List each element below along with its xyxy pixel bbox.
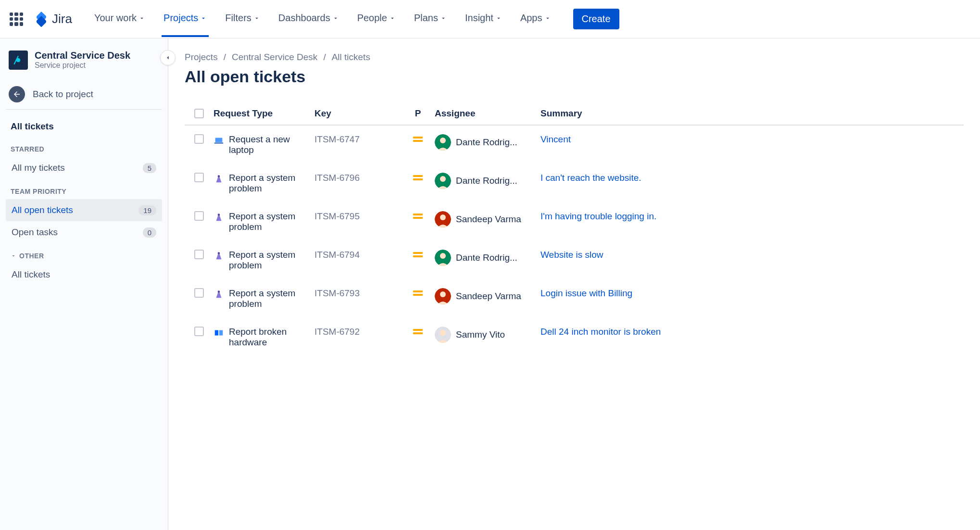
request-type-cell[interactable]: Report broken hardware [214, 327, 314, 348]
breadcrumb-current[interactable]: All tickets [332, 52, 370, 63]
breadcrumb-project[interactable]: Central Service Desk [232, 52, 317, 63]
back-to-project[interactable]: Back to project [6, 79, 162, 110]
avatar [435, 173, 451, 189]
request-type-label: Report a system problem [229, 250, 314, 271]
svg-point-20 [440, 291, 446, 297]
sidebar: Central Service Desk Service project Bac… [0, 38, 168, 530]
request-type-cell[interactable]: Report a system problem [214, 173, 314, 194]
priority-medium-icon [413, 290, 423, 296]
select-all-checkbox[interactable] [194, 109, 204, 118]
hardware-icon [214, 328, 224, 338]
row-checkbox[interactable] [194, 250, 204, 259]
system-icon [214, 289, 224, 300]
row-checkbox[interactable] [194, 173, 204, 182]
priority-medium-icon [413, 137, 423, 142]
assignee-name: Dante Rodrig... [456, 252, 517, 263]
chevron-down-icon [138, 15, 145, 22]
col-request-type[interactable]: Request Type [214, 108, 314, 119]
nav-projects[interactable]: Projects [162, 1, 209, 37]
ticket-key[interactable]: ITSM-6794 [314, 250, 401, 260]
summary-link[interactable]: I can't reach the website. [540, 173, 964, 183]
ticket-key[interactable]: ITSM-6795 [314, 211, 401, 222]
priority-cell [401, 211, 435, 222]
row-checkbox[interactable] [194, 211, 204, 221]
request-type-cell[interactable]: Report a system problem [214, 288, 314, 309]
request-type-cell[interactable]: Report a system problem [214, 250, 314, 271]
sidebar-item-all-tickets[interactable]: All tickets [6, 264, 162, 286]
chevron-left-icon [164, 54, 171, 61]
svg-point-6 [218, 175, 220, 177]
priority-cell [401, 288, 435, 299]
priority-cell [401, 250, 435, 260]
nav-people[interactable]: People [355, 1, 398, 37]
row-checkbox[interactable] [194, 288, 204, 298]
summary-link[interactable]: Vincent [540, 134, 964, 145]
count-badge: 19 [138, 205, 156, 215]
breadcrumb-projects[interactable]: Projects [185, 52, 218, 63]
summary-link[interactable]: Login issue with Billing [540, 288, 964, 299]
request-type-label: Report a system problem [229, 288, 314, 309]
chevron-down-icon [253, 15, 260, 22]
avatar [435, 134, 451, 151]
project-title: Central Service Desk [35, 50, 130, 61]
nav-apps[interactable]: Apps [518, 1, 553, 37]
request-type-cell[interactable]: Report a system problem [214, 211, 314, 232]
priority-medium-icon [413, 175, 423, 181]
request-type-cell[interactable]: Request a new laptop [214, 134, 314, 155]
sidebar-item-all-open-tickets[interactable]: All open tickets 19 [6, 199, 162, 221]
collapse-sidebar-button[interactable] [160, 50, 176, 65]
section-starred: STARRED [6, 137, 162, 157]
assignee-cell[interactable]: Sandeep Varma [435, 211, 540, 227]
table-header: Request Type Key P Assignee Summary [185, 102, 964, 126]
app-switcher-icon[interactable] [10, 13, 23, 26]
priority-cell [401, 327, 435, 337]
assignee-cell[interactable]: Dante Rodrig... [435, 173, 540, 189]
col-summary[interactable]: Summary [540, 108, 964, 119]
assignee-name: Sandeep Varma [456, 291, 521, 302]
create-button[interactable]: Create [573, 9, 619, 29]
summary-link[interactable]: Website is slow [540, 250, 964, 260]
sidebar-item-label: All open tickets [12, 205, 73, 215]
sidebar-item-all-my-tickets[interactable]: All my tickets 5 [6, 157, 162, 179]
row-checkbox[interactable] [194, 134, 204, 144]
nav-insight[interactable]: Insight [463, 1, 504, 37]
project-header[interactable]: Central Service Desk Service project [6, 50, 162, 79]
nav-filters[interactable]: Filters [223, 1, 262, 37]
ticket-key[interactable]: ITSM-6792 [314, 327, 401, 337]
row-checkbox[interactable] [194, 327, 204, 336]
ticket-key[interactable]: ITSM-6747 [314, 134, 401, 145]
jira-logo[interactable]: Jira [34, 12, 72, 27]
ticket-key[interactable]: ITSM-6796 [314, 173, 401, 183]
summary-link[interactable]: I'm having trouble logging in. [540, 211, 964, 222]
chevron-down-icon [200, 15, 207, 22]
svg-point-24 [440, 330, 446, 336]
svg-rect-2 [214, 143, 223, 144]
chevron-down-icon [389, 15, 396, 22]
sidebar-item-open-tasks[interactable]: Open tasks 0 [6, 221, 162, 243]
top-nav: Jira Your work Projects Filters Dashboar… [0, 0, 980, 38]
priority-cell [401, 173, 435, 183]
svg-rect-22 [219, 330, 223, 336]
sidebar-item-label: Open tasks [12, 227, 58, 238]
col-assignee[interactable]: Assignee [435, 108, 540, 119]
back-label: Back to project [33, 89, 93, 100]
jira-icon [34, 12, 49, 27]
assignee-cell[interactable]: Dante Rodrig... [435, 250, 540, 266]
assignee-cell[interactable]: Sammy Vito [435, 327, 540, 343]
nav-dashboards[interactable]: Dashboards [276, 1, 341, 37]
section-other[interactable]: OTHER [6, 243, 162, 264]
chevron-down-icon [332, 15, 339, 22]
assignee-cell[interactable]: Sandeep Varma [435, 288, 540, 304]
chevron-down-icon [11, 253, 16, 259]
request-type-label: Report broken hardware [229, 327, 314, 348]
ticket-key[interactable]: ITSM-6793 [314, 288, 401, 299]
col-priority[interactable]: P [401, 108, 435, 119]
assignee-cell[interactable]: Dante Rodrig... [435, 134, 540, 151]
nav-plans[interactable]: Plans [412, 1, 449, 37]
svg-point-12 [440, 215, 446, 220]
col-key[interactable]: Key [314, 108, 401, 119]
nav-your-work[interactable]: Your work [92, 1, 147, 37]
project-subtitle: Service project [35, 61, 130, 70]
table-row: Report a system problem ITSM-6795 Sandee… [185, 202, 964, 241]
summary-link[interactable]: Dell 24 inch monitor is broken [540, 327, 964, 337]
